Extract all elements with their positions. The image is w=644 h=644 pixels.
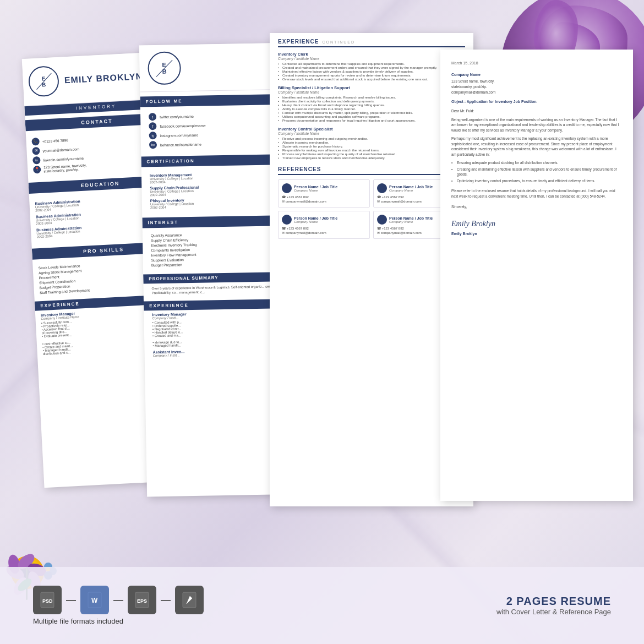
exp-ics-b1: Receive and process incoming and outgoin… — [278, 137, 465, 140]
p4-bullet-3: Optimizing inventory control procedures,… — [451, 178, 622, 184]
exp-bs-b2: Evaluates client activity for collection… — [278, 100, 465, 103]
ref-3-phone: ☎ +123 4567 892 — [282, 226, 366, 230]
ref-4-avatar — [377, 215, 387, 225]
p1-logo: EB — [28, 66, 60, 97]
svg-text:PSD: PSD — [42, 598, 53, 604]
exp-bs-b3: Heavy client contact via Email and telep… — [278, 103, 465, 107]
exp-ics-bullets: Receive and process incoming and outgoin… — [278, 137, 465, 160]
phone-icon: 📞 — [31, 138, 40, 146]
exp-inventory-clerk: Inventory Clerk 2002-2004 Company / Inst… — [278, 52, 465, 81]
p3-continued-label: CONTINUED — [322, 40, 355, 44]
exp-ics-b5: Process recycled items and inspecting th… — [278, 152, 465, 156]
p4-company-name: Company Name — [451, 72, 622, 78]
exp-ic-company: Company / Institute Name — [278, 57, 465, 61]
p4-subject: Object : Application for Inventory Job P… — [451, 99, 622, 105]
ref-1-header: Person Name / Job Title Company Name — [282, 183, 366, 193]
p4-para-2: Perhaps my most significant achievement … — [451, 136, 622, 157]
behance-icon: be — [149, 141, 157, 149]
exp-bs-b1: Identifies and resolves billing complain… — [278, 96, 465, 99]
exp-bs-company: Company / Institute Name — [278, 90, 465, 94]
p4-greeting: Dear Mr. Fuld: — [451, 108, 622, 114]
p4-body: Being well-organized is one of the main … — [451, 117, 622, 157]
twitter-text: twitter.com/yourname — [160, 114, 194, 118]
p4-signoff: Sincerely, — [451, 204, 622, 210]
svg-text:W: W — [91, 597, 98, 604]
page4-cover-letter: March 15, 2018 Company Name 123 Street n… — [440, 50, 633, 501]
exp-ics-b6: Trained new employees to receive stock a… — [278, 156, 465, 160]
exp-bs-b4: Ability to execute complex bills in a ti… — [278, 107, 465, 111]
svg-text:EPS: EPS — [137, 598, 147, 604]
ref-card-1: Person Name / Job Title Company Name ☎ +… — [278, 179, 370, 208]
bottom-right: 2 PAGES RESUME with Cover Letter & Refer… — [496, 595, 611, 616]
p3-ref-header: REFERENCES — [278, 166, 465, 175]
instagram-icon: ig — [149, 132, 157, 139]
p3-exp-title: EXPERIENCE — [278, 39, 319, 45]
exp-ic-header: Inventory Clerk 2002-2004 — [278, 52, 465, 57]
facebook-icon: f — [149, 122, 156, 130]
format-label: Multiple file formats included — [33, 617, 204, 625]
pages-area: EB EMILY BROKLYN INVENTORY CONTACT 📞 +01… — [33, 33, 611, 561]
ref-4-name: Person Name / Job Title — [389, 216, 433, 220]
bottom-left: PSD — W — EPS — — [33, 586, 204, 625]
ref-2-name: Person Name / Job Title — [389, 185, 433, 189]
instagram-text: instagram.com/myname — [160, 133, 198, 137]
ref-1-email: ✉ companymail@domain.com — [282, 199, 366, 203]
p4-company-address: 123 Street name, town/city, — [451, 79, 622, 84]
ref-card-3: Person Name / Job Title Company Name ☎ +… — [278, 211, 370, 239]
p4-main-content: March 15, 2018 Company Name 123 Street n… — [440, 50, 633, 248]
pen-icon — [175, 586, 204, 614]
exp-bs-header: Billing Specialist / Litigation Support … — [278, 85, 465, 90]
dash-3: — — [161, 594, 171, 606]
address-text: 123 Street name, town/city,state/country… — [43, 163, 87, 173]
exp-billing: Billing Specialist / Litigation Support … — [278, 85, 465, 122]
ref-2-avatar — [377, 183, 387, 193]
p4-date: March 15, 2018 — [451, 61, 622, 67]
exp-ic-bullets: Contacted all departments to determine t… — [278, 62, 465, 81]
ref-1-name: Person Name / Job Title — [294, 185, 337, 189]
ref-3-email: ✉ companymail@domain.com — [282, 231, 366, 234]
ref-3-name: Person Name / Job Title — [294, 216, 337, 220]
ref-1-company: Company Name — [294, 189, 337, 192]
exp-bs-b5: Familiar with multiple discounts by matt… — [278, 111, 465, 114]
pages-title: 2 PAGES RESUME — [496, 595, 611, 608]
references-grid: Person Name / Job Title Company Name ☎ +… — [278, 179, 465, 239]
exp-ics-b2: Allocate incoming merchandise. — [278, 141, 465, 144]
exp-ics-title: Inventory Control Specialist — [278, 127, 333, 132]
location-icon: 📍 — [33, 166, 41, 174]
exp-ic-title: Inventory Clerk — [278, 52, 308, 57]
psd-icon: PSD — [33, 586, 62, 614]
p3-ref-title: REFERENCES — [278, 166, 321, 172]
exp-ics-company: Company / Institute Name — [278, 132, 465, 135]
exp-bs-b6: Utilizes computerized accounting and pay… — [278, 115, 465, 118]
exp-ics-header: Inventory Control Specialist 2002-2004 — [278, 127, 465, 132]
ref-3-avatar — [282, 215, 292, 225]
dash-2: — — [113, 594, 123, 606]
dash-1: — — [66, 594, 76, 606]
p4-para-1: Being well-organized is one of the main … — [451, 117, 622, 133]
p4-company-state: state/country, post/zip. — [451, 84, 622, 90]
p4-bullet-1: Ensuring adequate product stocking for a… — [451, 160, 622, 166]
exp-bs-b7: Prepares documentation and responses for… — [278, 119, 465, 122]
p2-logo: EB — [148, 51, 181, 85]
facebook-text: facebook.com/examplename — [160, 123, 205, 128]
bottom-bar: PSD — W — EPS — — [0, 567, 644, 644]
p3-exp-header: EXPERIENCE CONTINUED — [278, 39, 465, 47]
p4-bullet-2: Creating and maintaining effective liais… — [451, 167, 622, 178]
p4-company-email: companymail@domain.com — [451, 90, 622, 95]
exp-bs-bullets: Identifies and resolves billing complain… — [278, 96, 465, 122]
p4-name-printed: Emily Broklyn — [451, 231, 622, 237]
p1-name-block: EMILY BROKLYN — [64, 72, 143, 85]
exp-ics: Inventory Control Specialist 2002-2004 C… — [278, 127, 465, 160]
exp-ics-b4: Responsible for making sure all invoices… — [278, 149, 465, 152]
ref-3-company: Company Name — [294, 220, 337, 223]
exp-bs-title: Billing Specialist / Litigation Support — [278, 85, 350, 90]
ref-3-header: Person Name / Job Title Company Name — [282, 215, 366, 225]
exp-ic-b5: Oversaw stock levels and ensured that ad… — [278, 78, 465, 81]
p1-name: EMILY BROKLYN — [64, 72, 143, 85]
p4-signature: Emily Broklyn — [451, 218, 622, 230]
ref-1-phone: ☎ +123 4567 892 — [282, 195, 366, 199]
exp-ics-b3: Systematic research for purchase history… — [278, 145, 465, 148]
ref-2-company: Company Name — [389, 189, 433, 192]
ref-1-avatar — [282, 183, 292, 193]
exp-ic-b2: Created and maintained procurement order… — [278, 66, 465, 69]
